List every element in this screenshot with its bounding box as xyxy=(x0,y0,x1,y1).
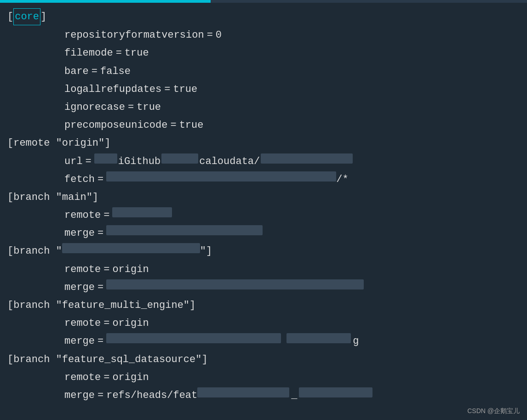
key-repositoryformatversion: repositoryformatversion xyxy=(64,27,204,43)
value-ignorecase: true xyxy=(137,99,161,115)
entry-url: url = iGithub caloudata/ xyxy=(0,153,527,170)
section-branch-main: [branch "main"] xyxy=(0,188,527,206)
equals: = xyxy=(170,117,176,133)
redacted-merge-feature-sql xyxy=(197,387,289,397)
value-filemode: true xyxy=(125,45,149,61)
entry-repositoryformatversion: repositoryformatversion = 0 xyxy=(0,26,527,44)
key-remote-main: remote xyxy=(64,207,101,223)
section-core: [core] xyxy=(0,7,527,26)
branch-redacted-close: "] xyxy=(200,243,212,259)
value-repositoryformatversion: 0 xyxy=(216,27,222,43)
entry-remote-main: remote = xyxy=(0,206,527,224)
value-logallrefupdates: true xyxy=(173,81,197,97)
redacted-url-2 xyxy=(161,153,198,164)
equals: = xyxy=(97,279,103,295)
equals: = xyxy=(207,27,213,43)
value-remote-feature-multi: origin xyxy=(112,315,149,331)
branch-main-label: [branch "main"] xyxy=(7,189,98,205)
key-logallrefupdates: logallrefupdates xyxy=(64,81,161,97)
key-merge-feature-sql: merge xyxy=(64,387,95,403)
url-partial-1: iGithub xyxy=(118,153,160,170)
redacted-branch-name xyxy=(62,243,200,253)
equals: = xyxy=(86,153,92,170)
section-branch-feature-multi-engine: [branch "feature_multi_engine"] xyxy=(0,296,527,314)
core-bracket-close: ] xyxy=(40,9,46,25)
entry-logallrefupdates: logallrefupdates = true xyxy=(0,80,527,98)
redacted-merge-main xyxy=(106,225,263,235)
key-fetch: fetch xyxy=(64,171,95,187)
equals: = xyxy=(92,63,97,79)
key-remote-branch2: remote xyxy=(64,261,101,278)
key-merge-branch2: merge xyxy=(64,279,95,295)
key-merge-main: merge xyxy=(64,225,95,241)
redacted-url-1 xyxy=(94,153,117,164)
key-url: url xyxy=(64,153,83,170)
key-bare: bare xyxy=(64,63,89,79)
equals: = xyxy=(103,315,109,331)
redacted-merge-branch2 xyxy=(106,279,364,289)
entry-filemode: filemode = true xyxy=(0,44,527,62)
equals: = xyxy=(103,369,109,386)
redacted-fetch xyxy=(106,171,336,182)
key-precomposeunicode: precomposeunicode xyxy=(64,117,167,133)
entry-ignorecase: ignorecase = true xyxy=(0,98,527,116)
redacted-merge-feature-sql-2 xyxy=(299,387,372,397)
value-remote-branch2: origin xyxy=(112,261,149,278)
equals: = xyxy=(97,171,103,187)
url-partial-caloudata: caloudata/ xyxy=(199,153,260,170)
key-remote-feature-multi: remote xyxy=(64,315,101,331)
core-label: core xyxy=(13,8,40,25)
redacted-remote-main xyxy=(112,207,172,217)
space2: _ xyxy=(291,387,297,403)
equals: = xyxy=(103,207,109,223)
section-branch-redacted: [branch ""] xyxy=(0,242,527,260)
entry-precomposeunicode: precomposeunicode = true xyxy=(0,116,527,134)
key-ignorecase: ignorecase xyxy=(64,99,125,115)
value-precomposeunicode: true xyxy=(179,117,204,133)
remote-origin-label: [remote "origin"] xyxy=(7,135,110,151)
redacted-merge-feature-multi-1 xyxy=(106,333,281,343)
key-merge-feature-multi: merge xyxy=(64,333,95,349)
equals: = xyxy=(116,45,122,61)
equals: = xyxy=(97,387,103,403)
value-remote-feature-sql: origin xyxy=(112,369,149,386)
section-branch-feature-sql: [branch "feature_sql_datasource"] xyxy=(0,351,527,369)
branch-feature-sql-label: [branch "feature_sql_datasource"] xyxy=(7,352,208,368)
fetch-wildcard: /* xyxy=(336,171,348,187)
entry-bare: bare = false xyxy=(0,62,527,80)
watermark: CSDN @企鹅宝儿 xyxy=(467,407,520,415)
key-remote-feature-sql: remote xyxy=(64,369,101,386)
key-filemode: filemode xyxy=(64,45,113,61)
value-merge-feature-multi-suffix: g xyxy=(353,333,359,349)
file-content: [core] repositoryformatversion = 0 filem… xyxy=(0,3,527,409)
entry-merge-main: merge = xyxy=(0,224,527,242)
equals: = xyxy=(164,81,170,97)
entry-merge-feature-multi: merge = g xyxy=(0,332,527,350)
equals: = xyxy=(128,99,134,115)
core-bracket-open: [ xyxy=(7,9,13,25)
section-remote-origin: [remote "origin"] xyxy=(0,134,527,152)
equals: = xyxy=(97,225,103,241)
branch-feature-multi-engine-label: [branch "feature_multi_engine"] xyxy=(7,297,195,313)
entry-remote-feature-sql: remote = origin xyxy=(0,369,527,386)
entry-merge-branch2: merge = xyxy=(0,278,527,296)
branch-redacted-open: [branch " xyxy=(7,243,62,259)
equals: = xyxy=(103,261,109,278)
entry-remote-branch2: remote = origin xyxy=(0,261,527,278)
value-merge-feature-sql-prefix: refs/heads/feat xyxy=(106,387,197,403)
entry-fetch: fetch = /* xyxy=(0,170,527,188)
entry-merge-feature-sql: merge = refs/heads/feat _ xyxy=(0,386,527,404)
redacted-merge-feature-multi-2 xyxy=(286,333,351,343)
equals: = xyxy=(97,333,103,349)
redacted-url-3 xyxy=(261,153,353,164)
value-bare: false xyxy=(100,63,131,79)
entry-remote-feature-multi: remote = origin xyxy=(0,314,527,332)
